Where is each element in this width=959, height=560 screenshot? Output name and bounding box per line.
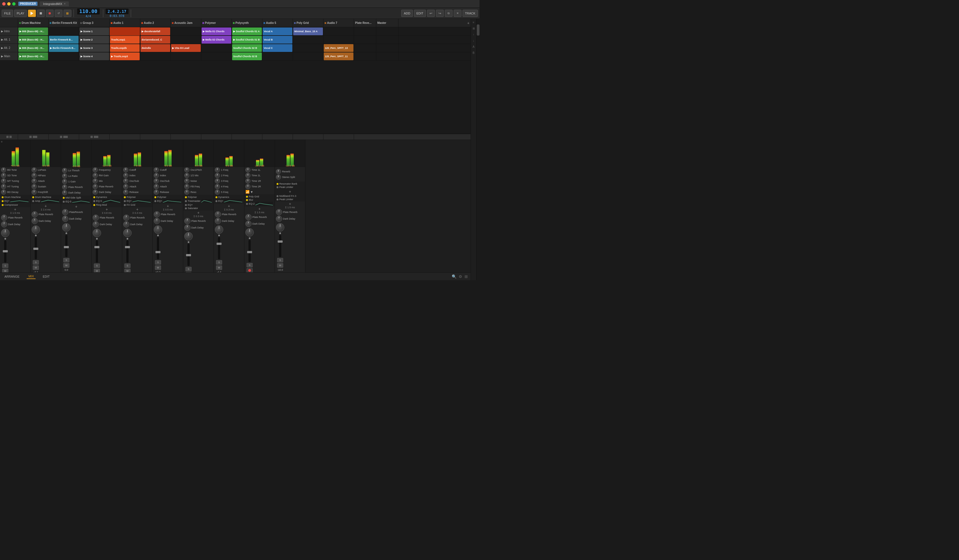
knob-4freq[interactable]: [215, 184, 220, 189]
fx-item-blur[interactable]: Blur: [245, 198, 274, 202]
clip-cell-scene3[interactable]: ▶ Scene 3: [79, 44, 110, 52]
mute-btn-6[interactable]: M: [155, 266, 161, 270]
fader-thumb-2[interactable]: [33, 248, 38, 250]
clip-cell[interactable]: [110, 27, 140, 35]
clip-cell[interactable]: Soulful Chords 02 B: [232, 52, 262, 60]
global-stop-icon[interactable]: [6, 136, 9, 138]
copy-button[interactable]: ⧉: [445, 10, 452, 17]
delete-button[interactable]: ✕: [454, 10, 462, 17]
send-knob-dark-7[interactable]: [184, 224, 190, 231]
clip-cell[interactable]: ▶ Mella 01 Chords: [201, 27, 232, 35]
clip-cell[interactable]: Vocal C: [262, 44, 293, 52]
fx-item-eq2[interactable]: EQ-2: [245, 202, 274, 206]
knob-half-mix[interactable]: [184, 173, 190, 178]
fx-item-multiband[interactable]: Multiband FX-3: [276, 194, 304, 198]
pan-knob-2[interactable]: [32, 226, 40, 234]
send-knob-plate-3[interactable]: [62, 209, 68, 215]
fx-item-drum-machine-2[interactable]: Drum Machine: [32, 196, 60, 199]
add-fx-btn-10a[interactable]: +: [276, 189, 304, 194]
project-tab[interactable]: IntegratedMIX ×: [40, 2, 69, 6]
fx-item-fxgrid[interactable]: FX Grid: [123, 203, 151, 207]
clip-cell[interactable]: Soulful Chords 02 B: [232, 44, 262, 52]
knob-rm-gain[interactable]: [93, 173, 98, 178]
mute-btn-10[interactable]: M: [277, 263, 283, 268]
clip-cell[interactable]: Minimal_Bass_15 A: [293, 27, 323, 35]
clip-cell[interactable]: [49, 52, 79, 60]
knob-lopass[interactable]: [32, 167, 37, 172]
fx-item-eq-8[interactable]: EQ+: [215, 199, 243, 203]
tab-arrange[interactable]: ARRANGE: [3, 274, 21, 279]
ch-stop-icon[interactable]: [60, 136, 62, 138]
fx-item-eq[interactable]: EQ+: [1, 199, 29, 203]
knob-time1l[interactable]: [245, 167, 250, 172]
tab-close-icon[interactable]: ×: [64, 2, 65, 5]
clip-cell[interactable]: [171, 35, 201, 44]
fx-item-comp[interactable]: Compressor: [1, 203, 29, 207]
knob-osc-sub-6[interactable]: [154, 178, 159, 183]
fx-item-polymer-7[interactable]: Polymer: [184, 196, 212, 199]
fader-track-4[interactable]: [96, 240, 98, 262]
fader-thumb-5[interactable]: [125, 246, 130, 248]
pan-knob-4[interactable]: [93, 229, 101, 237]
add-fx-button-4[interactable]: +: [92, 207, 122, 212]
play-button[interactable]: [28, 10, 36, 17]
fader-thumb-1[interactable]: [3, 250, 8, 252]
clip-cell[interactable]: [376, 27, 398, 35]
fader-thumb-7[interactable]: [186, 254, 191, 256]
pan-knob-10[interactable]: [276, 223, 284, 232]
knob-lo-ratio[interactable]: [62, 173, 67, 178]
clip-cell[interactable]: [262, 52, 293, 60]
fader-track-1[interactable]: [4, 240, 6, 262]
knob-ht-tuning[interactable]: [1, 184, 6, 189]
fx-item-resonator[interactable]: Resonator Bank: [276, 182, 304, 186]
edit-button[interactable]: EDIT: [414, 10, 426, 17]
fx-item-polymer-6[interactable]: Polymer: [154, 196, 182, 199]
send-knob-dark-1[interactable]: [1, 221, 7, 228]
mute-btn-5[interactable]: M: [124, 269, 131, 272]
knob-reverb[interactable]: [276, 169, 281, 174]
fader-track-3[interactable]: [65, 235, 67, 257]
fader-track-8[interactable]: [218, 237, 220, 259]
fx-item-mid-side[interactable]: Mid-Side Split: [62, 196, 90, 199]
clip-cell[interactable]: [354, 35, 376, 44]
side-icon-6[interactable]: B: [472, 51, 476, 55]
clip-cell[interactable]: [323, 35, 354, 44]
knob-freq[interactable]: [93, 167, 98, 172]
send-knob-plate-4[interactable]: [93, 215, 99, 221]
fx-item-amp[interactable]: Amp: [32, 199, 60, 203]
knob-bd-tone[interactable]: [1, 167, 6, 172]
knob-1freq[interactable]: [215, 167, 220, 172]
clip-cell[interactable]: ▶ 808 (Bass-08) - H...: [18, 27, 49, 35]
fx-item-dynamics-8[interactable]: Dynamics: [215, 196, 243, 199]
scrollbar-thumb[interactable]: [477, 24, 480, 35]
tab-mix[interactable]: MIX: [27, 274, 35, 279]
clip-cell[interactable]: dorianreduced_C: [140, 35, 171, 44]
fader-thumb-6[interactable]: [156, 251, 161, 253]
undo-button[interactable]: ↩: [427, 10, 435, 17]
send-knob-plate-7[interactable]: [184, 218, 190, 224]
clip-cell[interactable]: [293, 35, 323, 44]
clip-cell[interactable]: ▶ Mella 02 Chords: [201, 35, 232, 44]
add-button[interactable]: ADD: [401, 10, 413, 17]
knob-release-6[interactable]: [154, 189, 159, 195]
solo-btn-4[interactable]: S: [94, 264, 100, 268]
pan-knob-7[interactable]: [184, 232, 193, 240]
clip-cell[interactable]: [354, 44, 376, 52]
solo-btn-3[interactable]: S: [63, 258, 69, 262]
knob-dark-delay-4[interactable]: [93, 189, 98, 195]
clip-cell[interactable]: ▶ Vita 03 Lead: [171, 44, 201, 52]
knob-noise[interactable]: [184, 178, 190, 183]
search-icon[interactable]: 🔍: [452, 274, 456, 279]
send-knob-dark-9[interactable]: [245, 221, 252, 227]
solo-btn-1[interactable]: S: [2, 264, 8, 268]
knob-time1r[interactable]: [245, 178, 250, 183]
clip-cell[interactable]: [376, 35, 398, 44]
clip-cell-scene2[interactable]: ▶ Scene 2: [79, 35, 110, 44]
fx-item-polymer-5[interactable]: Polymer: [123, 196, 151, 199]
clip-cell[interactable]: 125_Perc_SPFT_11: [323, 52, 354, 60]
clip-cell-scene1[interactable]: ▶ Scene 1: [79, 27, 110, 35]
fader-track-6[interactable]: [157, 237, 159, 259]
send-knob-plate-6[interactable]: [154, 211, 160, 217]
knob-time2r[interactable]: [245, 184, 250, 189]
fx-item-poly-grid[interactable]: Poly Grid: [245, 195, 274, 198]
